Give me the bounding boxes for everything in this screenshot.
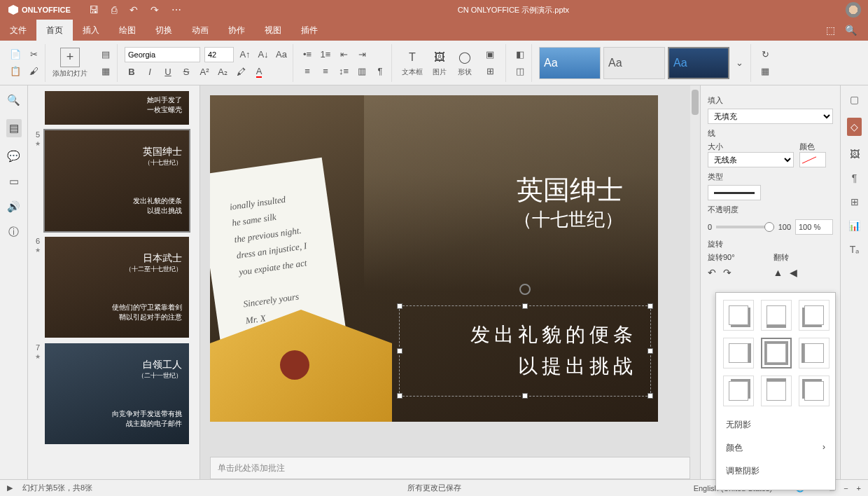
save-icon[interactable]: 🖫 bbox=[89, 4, 99, 15]
change-case-icon[interactable]: Aa bbox=[274, 48, 288, 62]
shape-outline-icon[interactable]: ◫ bbox=[513, 64, 527, 78]
opacity-value[interactable]: 100 % bbox=[795, 219, 833, 235]
resize-handle[interactable] bbox=[522, 303, 528, 309]
replace-icon[interactable]: ↻ bbox=[758, 48, 772, 62]
menu-transition[interactable]: 切换 bbox=[146, 20, 182, 41]
bold-icon[interactable]: B bbox=[125, 65, 139, 79]
shadow-preset-2[interactable] bbox=[761, 300, 792, 331]
decrease-font-icon[interactable]: A↓ bbox=[256, 48, 270, 62]
thumb-5[interactable]: 英国绅士 （十七世纪） 发出礼貌的便条以提出挑战 bbox=[45, 130, 189, 231]
chart-settings-icon[interactable]: 📊 bbox=[848, 220, 860, 231]
resize-handle[interactable] bbox=[397, 393, 402, 399]
shadow-preset-5[interactable] bbox=[761, 338, 792, 368]
play-icon[interactable]: ▶ bbox=[7, 483, 13, 492]
align-center-icon[interactable]: ≡ bbox=[318, 64, 332, 78]
cut-icon[interactable]: ✂ bbox=[27, 48, 41, 62]
slide-title[interactable]: 英国绅士 bbox=[517, 172, 623, 208]
shape-fill-icon[interactable]: ◧ bbox=[513, 48, 527, 62]
feedback-icon[interactable]: 🔊 bbox=[7, 200, 20, 213]
font-color-icon[interactable]: A bbox=[252, 65, 266, 79]
indent-inc-icon[interactable]: ⇥ bbox=[355, 48, 369, 62]
slider-handle[interactable] bbox=[764, 222, 774, 232]
resize-handle[interactable] bbox=[648, 348, 653, 354]
canvas[interactable]: 英国绅士 （十七世纪） ionally insulted he same sil… bbox=[200, 85, 700, 479]
about-icon[interactable]: ⓘ bbox=[8, 226, 19, 239]
find-icon[interactable]: 🔍 bbox=[7, 94, 20, 106]
zoom-out-icon[interactable]: − bbox=[844, 484, 848, 492]
reset-icon[interactable]: ▦ bbox=[99, 64, 113, 78]
shadow-preset-4[interactable] bbox=[723, 338, 754, 368]
shape-settings-icon[interactable]: ◇ bbox=[847, 118, 862, 136]
textart-settings-icon[interactable]: Tₐ bbox=[850, 244, 860, 255]
shape-button[interactable]: ◯形状 bbox=[454, 49, 476, 77]
font-select[interactable] bbox=[125, 47, 200, 62]
shadow-preset-7[interactable] bbox=[723, 376, 754, 406]
menu-collab[interactable]: 协作 bbox=[218, 20, 255, 41]
select-icon[interactable]: ▦ bbox=[758, 64, 772, 78]
rotate-handle[interactable] bbox=[519, 284, 531, 295]
image-settings-icon[interactable]: 🖼 bbox=[850, 149, 860, 160]
current-slide[interactable]: 英国绅士 （十七世纪） ionally insulted he same sil… bbox=[210, 95, 658, 422]
line-type-select[interactable] bbox=[708, 185, 761, 200]
chat-icon[interactable]: ▭ bbox=[9, 175, 19, 188]
copy-icon[interactable]: 📄 bbox=[8, 48, 22, 62]
add-slide-button[interactable]: + 添加幻灯片 bbox=[48, 48, 92, 78]
shadow-preset-3[interactable] bbox=[799, 300, 830, 331]
slides-icon[interactable]: ▤ bbox=[6, 119, 22, 137]
textbox-button[interactable]: T文本框 bbox=[399, 49, 426, 77]
slide-settings-icon[interactable]: ▢ bbox=[850, 94, 859, 105]
paragraph-settings-icon[interactable]: ¶ bbox=[852, 172, 858, 184]
table-settings-icon[interactable]: ⊞ bbox=[850, 196, 859, 207]
scroll-thumb[interactable] bbox=[692, 90, 699, 115]
theme-more-icon[interactable]: ⌄ bbox=[732, 56, 746, 70]
print-icon[interactable]: ⎙ bbox=[111, 4, 117, 15]
text-dir-icon[interactable]: ¶ bbox=[373, 64, 387, 78]
bullets-icon[interactable]: •≡ bbox=[300, 48, 314, 62]
layout-icon[interactable]: ▤ bbox=[99, 48, 113, 62]
slide-subtitle[interactable]: （十七世纪） bbox=[514, 207, 623, 232]
subscript-icon[interactable]: A₂ bbox=[216, 65, 230, 79]
shadow-preset-1[interactable] bbox=[723, 300, 754, 331]
shadow-color-item[interactable]: 颜色› bbox=[723, 436, 828, 460]
rotate-left-icon[interactable]: ↶ bbox=[708, 267, 716, 278]
resize-handle[interactable] bbox=[522, 393, 528, 399]
resize-handle[interactable] bbox=[397, 348, 402, 354]
resize-handle[interactable] bbox=[648, 303, 653, 309]
menu-animation[interactable]: 动画 bbox=[182, 20, 218, 41]
comment-input[interactable]: 单击此处添加批注 bbox=[210, 457, 690, 479]
theme-2[interactable]: Aa bbox=[603, 47, 665, 79]
fill-select[interactable]: 无填充 bbox=[708, 109, 833, 124]
slide-thumbnails[interactable]: 她叫手发了一枚宝螺壳 5★ 英国绅士 （十七世纪） 发出礼貌的便条以提出挑战 6… bbox=[28, 85, 200, 479]
increase-font-icon[interactable]: A↑ bbox=[238, 48, 252, 62]
user-avatar[interactable] bbox=[846, 2, 861, 18]
redo-icon[interactable]: ↷ bbox=[150, 4, 159, 15]
font-size-select[interactable] bbox=[204, 47, 234, 62]
shadow-preset-9[interactable] bbox=[799, 376, 830, 406]
shadow-preset-8[interactable] bbox=[761, 376, 792, 406]
arrange-icon[interactable]: ▣ bbox=[483, 48, 497, 62]
menu-file[interactable]: 文件 bbox=[0, 20, 36, 41]
flip-h-icon[interactable]: ▲ bbox=[774, 267, 783, 278]
menu-insert[interactable]: 插入 bbox=[73, 20, 109, 41]
line-spacing-icon[interactable]: ↕≡ bbox=[337, 64, 351, 78]
resize-handle[interactable] bbox=[648, 393, 653, 399]
strike-icon[interactable]: S bbox=[179, 65, 193, 79]
zoom-in-icon[interactable]: + bbox=[857, 484, 861, 492]
numbering-icon[interactable]: 1≡ bbox=[318, 48, 332, 62]
scrollbar-vertical[interactable] bbox=[690, 85, 700, 479]
italic-icon[interactable]: I bbox=[143, 65, 157, 79]
theme-1[interactable]: Aa bbox=[539, 47, 601, 79]
superscript-icon[interactable]: A² bbox=[197, 65, 211, 79]
indent-dec-icon[interactable]: ⇤ bbox=[337, 48, 351, 62]
search-icon[interactable]: 🔍 bbox=[845, 25, 857, 36]
thumb-7[interactable]: 白领工人 （二十一世纪） 向竞争对手发送带有挑战主题的电子邮件 bbox=[45, 343, 189, 444]
comments-icon[interactable]: 💬 bbox=[7, 150, 20, 163]
selection-box[interactable] bbox=[399, 305, 651, 397]
menu-plugins[interactable]: 插件 bbox=[291, 20, 328, 41]
align-left-icon[interactable]: ≡ bbox=[300, 64, 314, 78]
flip-v-icon[interactable]: ◀ bbox=[790, 267, 797, 278]
rotate-right-icon[interactable]: ↷ bbox=[723, 267, 732, 278]
no-shadow-item[interactable]: 无阴影 bbox=[723, 413, 828, 436]
theme-3[interactable]: Aa bbox=[668, 47, 729, 79]
menu-view[interactable]: 视图 bbox=[255, 20, 291, 41]
